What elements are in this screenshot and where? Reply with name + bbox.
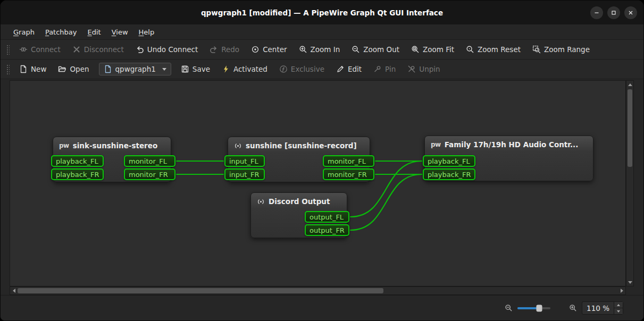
zoom-out-button[interactable]: Zoom Out — [347, 43, 404, 56]
zoom-reset-button[interactable]: Zoom Reset — [462, 43, 525, 56]
maximize-icon — [610, 10, 617, 16]
vertical-scrollbar[interactable] — [626, 80, 634, 286]
disconnect-icon — [72, 45, 81, 54]
spin-up-icon — [617, 304, 620, 306]
activated-button[interactable]: Activated — [218, 62, 272, 76]
scroll-right-button[interactable] — [618, 287, 625, 294]
spin-down-icon — [617, 310, 620, 312]
vertical-scroll-handle[interactable] — [628, 89, 632, 167]
open-button[interactable]: Open — [54, 62, 93, 76]
exclusive-button[interactable]: Exclusive — [275, 62, 329, 76]
arrow-left-icon — [13, 289, 15, 293]
connect-icon — [19, 45, 28, 54]
zoom-spin-up-button[interactable] — [614, 302, 623, 308]
zoom-in-icon — [299, 45, 307, 54]
unpin-button[interactable]: Unpin — [403, 62, 444, 76]
scroll-left-button[interactable] — [10, 287, 18, 294]
edit-icon — [336, 65, 345, 73]
horizontal-scroll-handle[interactable] — [18, 288, 383, 293]
minimize-button[interactable] — [590, 6, 603, 19]
save-button[interactable]: Save — [177, 62, 214, 76]
new-button[interactable]: New — [15, 62, 51, 76]
zoom-slider-handle[interactable] — [537, 305, 542, 311]
arrow-right-icon — [621, 289, 623, 293]
file-icon — [104, 65, 112, 73]
toolbar-handle[interactable] — [6, 44, 10, 55]
zoom-slider[interactable] — [517, 307, 550, 309]
toolbar-handle[interactable] — [6, 64, 10, 74]
zoom-reset-icon — [466, 45, 474, 54]
node-header: pwsink-sunshine-stereo — [53, 137, 171, 154]
maximize-button[interactable] — [607, 6, 620, 19]
node-header: sunshine [sunshine-record] — [228, 137, 370, 154]
graph-canvas[interactable]: pwsink-sunshine-stereoplayback_FLplaybac… — [10, 80, 626, 286]
session-combobox[interactable]: qpwgraph1 — [99, 63, 171, 75]
redo-icon — [210, 45, 218, 54]
zoom-out-icon — [352, 45, 360, 54]
statusbar: 110 % — [1, 295, 643, 320]
graph-edge[interactable] — [350, 174, 422, 230]
open-icon — [58, 65, 66, 73]
port-family-playback_FL[interactable]: playback_FL — [423, 155, 475, 167]
port-sunshine-input_FL[interactable]: input_FL — [224, 155, 265, 167]
center-button[interactable]: Center — [247, 43, 291, 56]
port-sink-monitor_FL[interactable]: monitor_FL — [124, 155, 175, 167]
zoom-spin-buttons — [614, 302, 623, 314]
port-sink-playback_FL[interactable]: playback_FL — [51, 155, 104, 167]
pin-icon — [373, 65, 382, 73]
window-controls — [590, 1, 637, 24]
arrow-down-icon — [628, 281, 632, 284]
arrow-up-icon — [628, 83, 632, 86]
titlebar[interactable]: qpwgraph1 [modified] — A PipeWire Graph … — [1, 1, 643, 24]
menu-patchbay[interactable]: Patchbay — [40, 24, 82, 39]
pipewire-icon: pw — [59, 142, 69, 149]
menu-help[interactable]: Help — [133, 24, 160, 39]
menu-graph[interactable]: Graph — [8, 24, 40, 39]
close-button[interactable] — [624, 6, 637, 19]
activated-icon — [222, 65, 230, 73]
connect-button[interactable]: Connect — [15, 43, 65, 56]
port-discord-output_FR[interactable]: output_FR — [305, 224, 349, 236]
zoom-range-icon — [532, 45, 541, 54]
port-sunshine-monitor_FR[interactable]: monitor_FR — [323, 168, 374, 180]
port-sunshine-input_FR[interactable]: input_FR — [224, 168, 265, 180]
node-title: sunshine [sunshine-record] — [246, 141, 357, 150]
unpin-icon — [407, 65, 416, 73]
node-title: sink-sunshine-stereo — [73, 141, 158, 150]
zoom-fit-button[interactable]: Zoom Fit — [407, 43, 458, 56]
undo-connect-button[interactable]: Undo Connect — [131, 43, 202, 56]
zoom-spinbox[interactable]: 110 % — [582, 301, 623, 315]
port-sink-monitor_FR[interactable]: monitor_FR — [124, 168, 175, 180]
node-header: Discord Output — [251, 193, 347, 210]
scrollbar-corner — [626, 286, 634, 295]
zoom-spin-down-button[interactable] — [614, 308, 623, 314]
zoom-value: 110 % — [582, 302, 614, 314]
zoom-in-small-icon[interactable] — [569, 304, 577, 312]
disconnect-button[interactable]: Disconnect — [68, 43, 128, 56]
toolbar-graph: Connect Disconnect Undo Connect Redo Cen… — [1, 40, 643, 60]
scroll-down-button[interactable] — [626, 278, 633, 286]
horizontal-scrollbar[interactable] — [10, 286, 626, 295]
menu-edit[interactable]: Edit — [82, 24, 106, 39]
port-family-playback_FR[interactable]: playback_FR — [423, 168, 475, 180]
port-sunshine-monitor_FL[interactable]: monitor_FL — [323, 155, 374, 167]
zoom-out-small-icon[interactable] — [505, 304, 513, 312]
port-sink-playback_FR[interactable]: playback_FR — [51, 168, 104, 180]
menu-view[interactable]: View — [106, 24, 133, 39]
exclusive-icon — [279, 65, 288, 73]
chevron-down-icon — [162, 68, 166, 71]
zoom-range-button[interactable]: Zoom Range — [528, 43, 594, 56]
edit-button[interactable]: Edit — [332, 62, 366, 76]
node-title: Family 17h/19h HD Audio Contr... — [445, 140, 579, 149]
session-combobox-value: qpwgraph1 — [115, 65, 156, 73]
new-icon — [19, 65, 28, 73]
edge-layer — [10, 81, 625, 286]
pin-button[interactable]: Pin — [369, 62, 400, 76]
port-discord-output_FL[interactable]: output_FL — [305, 211, 349, 223]
zoom-in-button[interactable]: Zoom In — [295, 43, 345, 56]
scroll-up-button[interactable] — [626, 81, 633, 88]
redo-button[interactable]: Redo — [205, 43, 244, 56]
menubar: Graph Patchbay Edit View Help — [1, 24, 643, 40]
node-header: pwFamily 17h/19h HD Audio Contr... — [425, 136, 593, 153]
zoom-fit-icon — [411, 45, 420, 54]
